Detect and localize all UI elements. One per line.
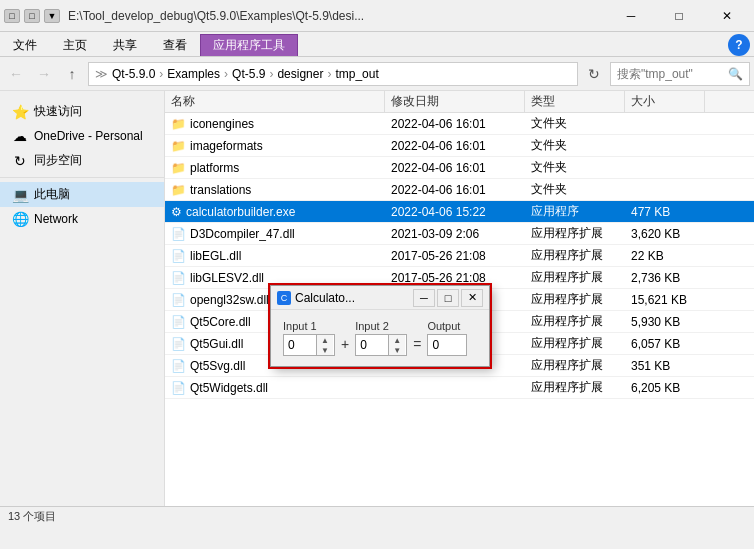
calc-input1[interactable] bbox=[284, 338, 316, 352]
search-input[interactable] bbox=[617, 67, 728, 81]
calc-content: Input 1 ▲ ▼ + Input 2 ▲ ▼ = Output bbox=[271, 310, 489, 366]
refresh-button[interactable]: ↻ bbox=[582, 62, 606, 86]
calculator-dialog[interactable]: C Calculato... ─ □ ✕ Input 1 ▲ ▼ + Input… bbox=[270, 285, 490, 367]
file-date: 2017-05-26 21:08 bbox=[385, 249, 525, 263]
path-sep-1: › bbox=[159, 67, 163, 81]
calc-output-box: 0 bbox=[427, 334, 467, 356]
calc-input2-down[interactable]: ▼ bbox=[389, 345, 405, 355]
sidebar-item-quickaccess[interactable]: ⭐ 快速访问 bbox=[0, 99, 164, 124]
file-type: 应用程序扩展 bbox=[525, 247, 625, 264]
close-button[interactable]: ✕ bbox=[704, 2, 750, 30]
file-type: 应用程序 bbox=[525, 203, 625, 220]
title-bar-icons: □ □ ▼ bbox=[4, 9, 60, 23]
back-button[interactable]: ← bbox=[4, 62, 28, 86]
sidebar-label-onedrive: OneDrive - Personal bbox=[34, 129, 143, 143]
calc-input1-label: Input 1 bbox=[283, 320, 335, 332]
col-header-size-label: 大小 bbox=[631, 93, 655, 110]
file-type: 应用程序扩展 bbox=[525, 357, 625, 374]
tab-apptools[interactable]: 应用程序工具 bbox=[200, 34, 298, 56]
status-text: 13 个项目 bbox=[8, 509, 56, 524]
calc-input2-up[interactable]: ▲ bbox=[389, 335, 405, 345]
sidebar-item-thispc[interactable]: 💻 此电脑 bbox=[0, 182, 164, 207]
calc-app-icon: C bbox=[277, 291, 291, 305]
calc-input2[interactable] bbox=[356, 338, 388, 352]
file-icon: 📄 bbox=[171, 337, 186, 351]
file-size: 2,736 KB bbox=[625, 271, 705, 285]
col-header-date[interactable]: 修改日期 bbox=[385, 91, 525, 112]
file-row[interactable]: 📄libEGL.dll 2017-05-26 21:08 应用程序扩展 22 K… bbox=[165, 245, 754, 267]
file-name: 📁platforms bbox=[165, 161, 385, 175]
file-icon: 📄 bbox=[171, 293, 186, 307]
title-bar: □ □ ▼ E:\Tool_develop_debug\Qt5.9.0\Exam… bbox=[0, 0, 754, 32]
file-icon: 📄 bbox=[171, 271, 186, 285]
calc-window-controls: ─ □ ✕ bbox=[413, 289, 483, 307]
tab-home[interactable]: 主页 bbox=[50, 34, 100, 56]
calc-output-field: Output 0 bbox=[427, 320, 467, 356]
up-button[interactable]: ↑ bbox=[60, 62, 84, 86]
file-size: 6,205 KB bbox=[625, 381, 705, 395]
file-name: 📁translations bbox=[165, 183, 385, 197]
file-type: 应用程序扩展 bbox=[525, 269, 625, 286]
path-chevron-icon: ≫ bbox=[95, 67, 108, 81]
file-icon: 📄 bbox=[171, 359, 186, 373]
sidebar-label-thispc: 此电脑 bbox=[34, 186, 70, 203]
col-header-name-label: 名称 bbox=[171, 93, 195, 110]
minimize-button[interactable]: ─ bbox=[608, 2, 654, 30]
address-bar: ← → ↑ ≫ Qt-5.9.0 › Examples › Qt-5.9 › d… bbox=[0, 57, 754, 91]
file-row[interactable]: 📁platforms 2022-04-06 16:01 文件夹 bbox=[165, 157, 754, 179]
path-designer[interactable]: designer bbox=[277, 67, 323, 81]
calc-input1-field: Input 1 ▲ ▼ bbox=[283, 320, 335, 356]
file-date: 2022-04-06 16:01 bbox=[385, 139, 525, 153]
calc-close-button[interactable]: ✕ bbox=[461, 289, 483, 307]
calc-maximize-button[interactable]: □ bbox=[437, 289, 459, 307]
help-button[interactable]: ? bbox=[728, 34, 750, 56]
path-qt59[interactable]: Qt-5.9 bbox=[232, 67, 265, 81]
calc-input2-label: Input 2 bbox=[355, 320, 407, 332]
file-size: 3,620 KB bbox=[625, 227, 705, 241]
file-row[interactable]: ⚙calculatorbuilder.exe 2022-04-06 15:22 … bbox=[165, 201, 754, 223]
search-box[interactable]: 🔍 bbox=[610, 62, 750, 86]
col-header-name[interactable]: 名称 bbox=[165, 91, 385, 112]
file-size: 351 KB bbox=[625, 359, 705, 373]
path-qt590[interactable]: Qt-5.9.0 bbox=[112, 67, 155, 81]
calc-input1-up[interactable]: ▲ bbox=[317, 335, 333, 345]
address-path[interactable]: ≫ Qt-5.9.0 › Examples › Qt-5.9 › designe… bbox=[88, 62, 578, 86]
tab-share[interactable]: 共享 bbox=[100, 34, 150, 56]
sidebar-item-network[interactable]: 🌐 Network bbox=[0, 207, 164, 231]
col-header-type[interactable]: 类型 bbox=[525, 91, 625, 112]
path-tmpout[interactable]: tmp_out bbox=[335, 67, 378, 81]
window-icon-3: ▼ bbox=[44, 9, 60, 23]
file-icon: 📄 bbox=[171, 381, 186, 395]
sidebar-item-onedrive[interactable]: ☁ OneDrive - Personal bbox=[0, 124, 164, 148]
file-type: 应用程序扩展 bbox=[525, 291, 625, 308]
path-examples[interactable]: Examples bbox=[167, 67, 220, 81]
tab-file[interactable]: 文件 bbox=[0, 34, 50, 56]
col-header-date-label: 修改日期 bbox=[391, 93, 439, 110]
file-row[interactable]: 📄D3Dcompiler_47.dll 2021-03-09 2:06 应用程序… bbox=[165, 223, 754, 245]
col-header-type-label: 类型 bbox=[531, 93, 555, 110]
tab-view[interactable]: 查看 bbox=[150, 34, 200, 56]
sidebar-item-sync[interactable]: ↻ 同步空间 bbox=[0, 148, 164, 173]
file-row[interactable]: 📁imageformats 2022-04-06 16:01 文件夹 bbox=[165, 135, 754, 157]
file-row[interactable]: 📁translations 2022-04-06 16:01 文件夹 bbox=[165, 179, 754, 201]
file-name: 📁iconengines bbox=[165, 117, 385, 131]
path-sep-2: › bbox=[224, 67, 228, 81]
calc-input2-spinbox[interactable]: ▲ ▼ bbox=[355, 334, 407, 356]
calc-input1-down[interactable]: ▼ bbox=[317, 345, 333, 355]
calc-input2-spin-btns: ▲ ▼ bbox=[388, 335, 405, 355]
ribbon-tabs: 文件 主页 共享 查看 应用程序工具 bbox=[0, 32, 298, 56]
col-header-size[interactable]: 大小 bbox=[625, 91, 705, 112]
file-name: 📁imageformats bbox=[165, 139, 385, 153]
calc-input1-spinbox[interactable]: ▲ ▼ bbox=[283, 334, 335, 356]
calc-plus-sign: + bbox=[341, 336, 349, 352]
file-row[interactable]: 📄Qt5Widgets.dll 应用程序扩展 6,205 KB bbox=[165, 377, 754, 399]
file-icon: 📄 bbox=[171, 227, 186, 241]
maximize-button[interactable]: □ bbox=[656, 2, 702, 30]
sidebar-label-sync: 同步空间 bbox=[34, 152, 82, 169]
forward-button[interactable]: → bbox=[32, 62, 56, 86]
file-row[interactable]: 📁iconengines 2022-04-06 16:01 文件夹 bbox=[165, 113, 754, 135]
calc-minimize-button[interactable]: ─ bbox=[413, 289, 435, 307]
calc-output-label: Output bbox=[427, 320, 467, 332]
calc-titlebar: C Calculato... ─ □ ✕ bbox=[271, 286, 489, 310]
file-icon: ⚙ bbox=[171, 205, 182, 219]
